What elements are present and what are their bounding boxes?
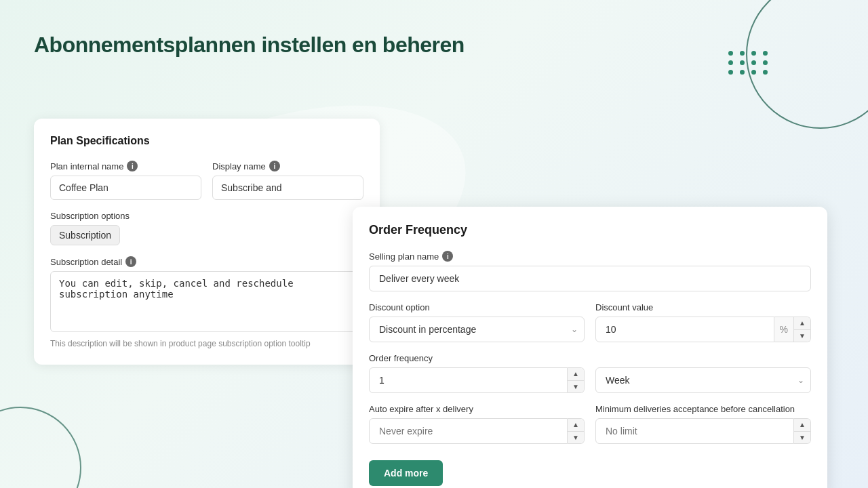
min-deliveries-group: Minimum deliveries acceptance before can… bbox=[595, 404, 811, 444]
discount-value-input[interactable] bbox=[595, 317, 774, 342]
display-name-group: Display name i bbox=[212, 161, 363, 200]
order-freq-card: Order Frequency Selling plan name i Disc… bbox=[353, 207, 827, 488]
discount-spinner-buttons: ▲ ▼ bbox=[794, 317, 811, 342]
min-deliveries-input[interactable] bbox=[595, 418, 794, 444]
auto-expire-increment-button[interactable]: ▲ bbox=[568, 419, 584, 432]
plan-specs-title: Plan Specifications bbox=[50, 135, 363, 147]
min-deliveries-decrement-button[interactable]: ▼ bbox=[794, 432, 810, 444]
plan-specs-card: Plan Specifications Plan internal name i… bbox=[34, 119, 380, 365]
decorative-dots bbox=[728, 51, 770, 75]
subscription-detail-label: Subscription detail i bbox=[50, 256, 363, 267]
order-frequency-row: Order frequency ▲ ▼ Day Week Month bbox=[369, 353, 811, 393]
min-deliveries-spinner-buttons: ▲ ▼ bbox=[794, 418, 811, 444]
order-frequency-number-group: Order frequency ▲ ▼ bbox=[369, 353, 585, 393]
order-freq-title: Order Frequency bbox=[369, 223, 811, 237]
subscription-options-label: Subscription options bbox=[50, 211, 363, 221]
subscription-detail-group: Subscription detail i You can edit, skip… bbox=[50, 256, 363, 348]
order-frequency-unit-group: Day Week Month Year ⌄ bbox=[595, 353, 811, 393]
expire-row: Auto expire after x delivery ▲ ▼ Minimum… bbox=[369, 404, 811, 444]
display-name-info-icon[interactable]: i bbox=[269, 161, 280, 171]
auto-expire-label: Auto expire after x delivery bbox=[369, 404, 585, 414]
discount-option-group: Discount option Discount in percentage F… bbox=[369, 302, 585, 342]
discount-option-label: Discount option bbox=[369, 302, 585, 312]
order-frequency-label: Order frequency bbox=[369, 353, 585, 363]
discount-decrement-button[interactable]: ▼ bbox=[794, 330, 810, 342]
selling-plan-name-group: Selling plan name i bbox=[369, 251, 811, 291]
page: Abonnementsplannen instellen en beheren … bbox=[0, 0, 868, 488]
auto-expire-spinner: ▲ ▼ bbox=[369, 418, 585, 444]
plan-name-row: Plan internal name i Display name i bbox=[50, 161, 363, 200]
discount-option-select[interactable]: Discount in percentage Fixed amount disc… bbox=[369, 317, 585, 342]
discount-value-group: Discount value % ▲ ▼ bbox=[595, 302, 811, 342]
discount-option-select-wrapper: Discount in percentage Fixed amount disc… bbox=[369, 317, 585, 342]
discount-value-spinner: % ▲ ▼ bbox=[595, 317, 811, 342]
order-frequency-spinner: ▲ ▼ bbox=[369, 367, 585, 393]
order-frequency-unit-label bbox=[595, 353, 811, 363]
discount-value-label: Discount value bbox=[595, 302, 811, 312]
order-frequency-unit-select[interactable]: Day Week Month Year bbox=[595, 367, 811, 393]
auto-expire-input[interactable] bbox=[369, 418, 568, 444]
display-name-label: Display name i bbox=[212, 161, 363, 171]
discount-row: Discount option Discount in percentage F… bbox=[369, 302, 811, 342]
discount-increment-button[interactable]: ▲ bbox=[794, 317, 810, 330]
plan-internal-name-info-icon[interactable]: i bbox=[127, 161, 138, 171]
subscription-detail-textarea[interactable]: You can edit, skip, cancel and reschedul… bbox=[50, 271, 363, 332]
auto-expire-decrement-button[interactable]: ▼ bbox=[568, 432, 584, 444]
selling-plan-name-info-icon[interactable]: i bbox=[442, 251, 453, 262]
min-deliveries-increment-button[interactable]: ▲ bbox=[794, 419, 810, 432]
plan-internal-name-label: Plan internal name i bbox=[50, 161, 201, 171]
add-more-button[interactable]: Add more bbox=[369, 460, 443, 486]
min-deliveries-spinner: ▲ ▼ bbox=[595, 418, 811, 444]
order-frequency-decrement-button[interactable]: ▼ bbox=[568, 381, 584, 393]
order-frequency-unit-select-wrapper: Day Week Month Year ⌄ bbox=[595, 367, 811, 393]
order-frequency-spinner-buttons: ▲ ▼ bbox=[568, 367, 585, 393]
order-frequency-increment-button[interactable]: ▲ bbox=[568, 368, 584, 381]
plan-internal-name-group: Plan internal name i bbox=[50, 161, 201, 200]
min-deliveries-label: Minimum deliveries acceptance before can… bbox=[595, 404, 811, 414]
subscription-detail-hint: This description will be shown in produc… bbox=[50, 339, 363, 348]
subscription-tag: Subscription bbox=[50, 225, 120, 245]
subscription-detail-info-icon[interactable]: i bbox=[125, 256, 136, 267]
plan-internal-name-input[interactable] bbox=[50, 176, 201, 200]
auto-expire-group: Auto expire after x delivery ▲ ▼ bbox=[369, 404, 585, 444]
auto-expire-spinner-buttons: ▲ ▼ bbox=[568, 418, 585, 444]
selling-plan-name-label: Selling plan name i bbox=[369, 251, 811, 262]
display-name-input[interactable] bbox=[212, 176, 363, 200]
order-frequency-input[interactable] bbox=[369, 367, 568, 393]
subscription-options-group: Subscription options Subscription bbox=[50, 211, 363, 245]
decorative-circle-bottom bbox=[0, 407, 81, 488]
page-title: Abonnementsplannen instellen en beheren bbox=[34, 33, 465, 58]
selling-plan-name-input[interactable] bbox=[369, 266, 811, 291]
discount-suffix: % bbox=[774, 317, 794, 342]
